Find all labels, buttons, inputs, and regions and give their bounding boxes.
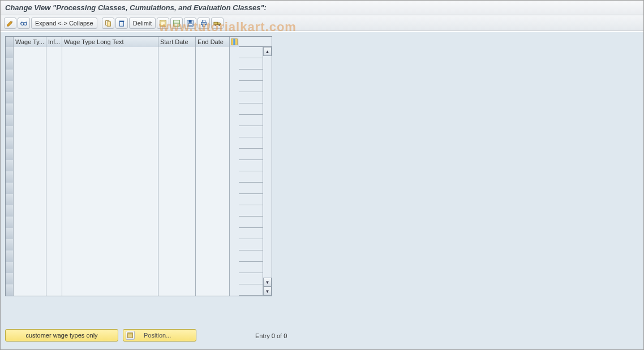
cell-end-date[interactable] bbox=[196, 58, 230, 70]
scroll-down-button[interactable]: ▼ bbox=[263, 278, 272, 287]
cell-long-text[interactable] bbox=[62, 217, 158, 228]
cell-long-text[interactable] bbox=[62, 81, 158, 92]
cell-wage-type[interactable] bbox=[14, 103, 46, 115]
cell-inf[interactable] bbox=[46, 115, 62, 126]
cell-inf[interactable] bbox=[46, 273, 62, 284]
cell-start-date[interactable] bbox=[158, 58, 196, 70]
cell-wage-type[interactable] bbox=[14, 58, 46, 70]
cell-long-text[interactable] bbox=[62, 205, 158, 217]
cell-long-text[interactable] bbox=[62, 126, 158, 137]
cell-inf[interactable] bbox=[46, 217, 62, 228]
cell-start-date[interactable] bbox=[158, 47, 196, 58]
cell-wage-type[interactable] bbox=[14, 149, 46, 160]
col-header-start-date[interactable]: Start Date bbox=[158, 37, 196, 47]
cell-inf[interactable] bbox=[46, 103, 62, 115]
cell-wage-type[interactable] bbox=[14, 137, 46, 149]
cell-inf[interactable] bbox=[46, 171, 62, 183]
row-selector[interactable] bbox=[6, 284, 14, 296]
row-selector[interactable] bbox=[6, 205, 14, 217]
table-row[interactable] bbox=[6, 183, 272, 194]
cell-end-date[interactable] bbox=[196, 47, 230, 58]
cell-long-text[interactable] bbox=[62, 137, 158, 149]
transport-button[interactable] bbox=[211, 18, 224, 29]
cell-end-date[interactable] bbox=[196, 273, 230, 284]
cell-start-date[interactable] bbox=[158, 273, 196, 284]
cell-inf[interactable] bbox=[46, 183, 62, 194]
details-button[interactable] bbox=[18, 18, 30, 29]
cell-start-date[interactable] bbox=[158, 205, 196, 217]
row-selector[interactable] bbox=[6, 250, 14, 262]
cell-wage-type[interactable] bbox=[14, 126, 46, 137]
cell-end-date[interactable] bbox=[196, 160, 230, 171]
table-row[interactable] bbox=[6, 92, 272, 103]
cell-wage-type[interactable] bbox=[14, 284, 46, 296]
cell-inf[interactable] bbox=[46, 228, 62, 239]
table-row[interactable] bbox=[6, 149, 272, 160]
cell-start-date[interactable] bbox=[158, 183, 196, 194]
cell-start-date[interactable] bbox=[158, 149, 196, 160]
cell-start-date[interactable] bbox=[158, 81, 196, 92]
cell-long-text[interactable] bbox=[62, 92, 158, 103]
cell-end-date[interactable] bbox=[196, 228, 230, 239]
row-selector[interactable] bbox=[6, 70, 14, 81]
table-row[interactable] bbox=[6, 70, 272, 81]
cell-wage-type[interactable] bbox=[14, 262, 46, 273]
row-selector-header[interactable] bbox=[6, 37, 14, 47]
cell-end-date[interactable] bbox=[196, 205, 230, 217]
cell-start-date[interactable] bbox=[158, 70, 196, 81]
cell-wage-type[interactable] bbox=[14, 183, 46, 194]
cell-wage-type[interactable] bbox=[14, 81, 46, 92]
cell-long-text[interactable] bbox=[62, 250, 158, 262]
toggle-display-change-button[interactable] bbox=[4, 18, 16, 29]
cell-long-text[interactable] bbox=[62, 149, 158, 160]
cell-start-date[interactable] bbox=[158, 250, 196, 262]
cell-start-date[interactable] bbox=[158, 92, 196, 103]
cell-long-text[interactable] bbox=[62, 160, 158, 171]
cell-inf[interactable] bbox=[46, 126, 62, 137]
cell-inf[interactable] bbox=[46, 47, 62, 58]
cell-inf[interactable] bbox=[46, 239, 62, 250]
cell-end-date[interactable] bbox=[196, 70, 230, 81]
cell-wage-type[interactable] bbox=[14, 115, 46, 126]
row-selector[interactable] bbox=[6, 103, 14, 115]
scroll-up-button[interactable]: ▲ bbox=[263, 47, 272, 56]
cell-end-date[interactable] bbox=[196, 250, 230, 262]
position-button[interactable]: Position... bbox=[123, 329, 196, 342]
table-row[interactable] bbox=[6, 103, 272, 115]
col-header-wage-type[interactable]: Wage Ty... bbox=[14, 37, 46, 47]
cell-long-text[interactable] bbox=[62, 194, 158, 205]
delimit-button[interactable]: Delimit bbox=[129, 18, 156, 29]
row-selector[interactable] bbox=[6, 81, 14, 92]
cell-start-date[interactable] bbox=[158, 217, 196, 228]
table-row[interactable] bbox=[6, 137, 272, 149]
row-selector[interactable] bbox=[6, 228, 14, 239]
cell-wage-type[interactable] bbox=[14, 250, 46, 262]
cell-long-text[interactable] bbox=[62, 239, 158, 250]
row-selector[interactable] bbox=[6, 149, 14, 160]
row-selector[interactable] bbox=[6, 171, 14, 183]
configure-columns-button[interactable] bbox=[230, 37, 239, 47]
cell-inf[interactable] bbox=[46, 194, 62, 205]
table-row[interactable] bbox=[6, 239, 272, 250]
cell-wage-type[interactable] bbox=[14, 47, 46, 58]
cell-start-date[interactable] bbox=[158, 194, 196, 205]
cell-inf[interactable] bbox=[46, 70, 62, 81]
cell-inf[interactable] bbox=[46, 58, 62, 70]
col-header-inf[interactable]: Inf... bbox=[46, 37, 62, 47]
cell-end-date[interactable] bbox=[196, 92, 230, 103]
cell-inf[interactable] bbox=[46, 81, 62, 92]
cell-long-text[interactable] bbox=[62, 58, 158, 70]
row-selector[interactable] bbox=[6, 239, 14, 250]
cell-end-date[interactable] bbox=[196, 103, 230, 115]
cell-start-date[interactable] bbox=[158, 228, 196, 239]
table-row[interactable] bbox=[6, 171, 272, 183]
cell-long-text[interactable] bbox=[62, 284, 158, 296]
table-row[interactable] bbox=[6, 284, 272, 296]
table-row[interactable] bbox=[6, 160, 272, 171]
table-row[interactable] bbox=[6, 81, 272, 92]
cell-wage-type[interactable] bbox=[14, 92, 46, 103]
table-row[interactable] bbox=[6, 228, 272, 239]
vertical-scrollbar[interactable]: ▲ ▼ ▼ bbox=[263, 47, 272, 296]
row-selector[interactable] bbox=[6, 47, 14, 58]
print-button[interactable] bbox=[198, 18, 210, 29]
